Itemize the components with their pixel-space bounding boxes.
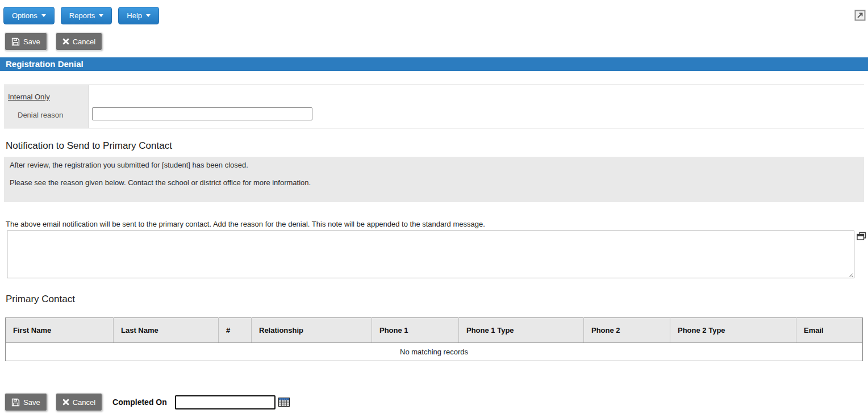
column-header-last-name: Last Name bbox=[114, 318, 219, 343]
x-mark-icon bbox=[62, 38, 69, 45]
save-button[interactable]: Save bbox=[5, 32, 47, 51]
column-header-email: Email bbox=[796, 318, 863, 343]
page-title: Registration Denial bbox=[0, 57, 868, 71]
column-header-phone2: Phone 2 bbox=[584, 318, 670, 343]
caret-down-icon bbox=[99, 14, 103, 17]
internal-only-field-area bbox=[89, 85, 864, 128]
cancel-button[interactable]: Cancel bbox=[56, 32, 102, 51]
options-menu-button[interactable]: Options bbox=[3, 7, 55, 24]
internal-only-section: Internal Only Denial reason bbox=[4, 85, 864, 128]
caret-down-icon bbox=[41, 14, 46, 17]
column-header-relationship: Relationship bbox=[252, 318, 372, 343]
help-menu-button[interactable]: Help bbox=[118, 7, 159, 24]
open-new-window-icon[interactable] bbox=[854, 10, 866, 21]
cancel-button-label: Cancel bbox=[73, 37, 95, 46]
column-header-phone2-type: Phone 2 Type bbox=[670, 318, 796, 343]
top-action-bar: Save Cancel bbox=[0, 24, 868, 51]
completed-on-label: Completed On bbox=[112, 398, 167, 407]
options-menu-label: Options bbox=[12, 11, 37, 20]
denial-note-instruction: The above email notification will be sen… bbox=[6, 220, 868, 228]
denial-reason-input[interactable] bbox=[92, 107, 312, 120]
column-header-phone1: Phone 1 bbox=[372, 318, 459, 343]
save-button[interactable]: Save bbox=[5, 393, 47, 411]
floppy-disk-icon bbox=[11, 37, 20, 46]
internal-only-heading: Internal Only bbox=[8, 93, 89, 101]
table-header-row: First Name Last Name # Relationship Phon… bbox=[6, 318, 863, 343]
notification-message-line: Please see the reason given below. Conta… bbox=[10, 178, 858, 187]
notification-message-box: After review, the registration you submi… bbox=[4, 157, 864, 202]
reports-menu-label: Reports bbox=[69, 11, 95, 20]
cancel-button-label: Cancel bbox=[73, 398, 95, 407]
floppy-disk-icon bbox=[11, 398, 20, 407]
column-header-phone1-type: Phone 1 Type bbox=[459, 318, 584, 343]
column-header-number: # bbox=[219, 318, 252, 343]
internal-only-panel: Internal Only Denial reason bbox=[4, 85, 89, 128]
cancel-button[interactable]: Cancel bbox=[56, 393, 102, 411]
no-records-message: No matching records bbox=[6, 343, 863, 361]
denial-reason-label: Denial reason bbox=[18, 111, 89, 119]
save-button-label: Save bbox=[23, 398, 40, 407]
calendar-icon[interactable] bbox=[278, 398, 290, 407]
caret-down-icon bbox=[146, 14, 151, 17]
notification-section-heading: Notification to Send to Primary Contact bbox=[6, 140, 868, 152]
completed-on-input[interactable] bbox=[175, 395, 276, 409]
reports-menu-button[interactable]: Reports bbox=[61, 7, 112, 24]
empty-table-row: No matching records bbox=[6, 343, 863, 361]
column-header-first-name: First Name bbox=[6, 318, 114, 343]
denial-note-area bbox=[7, 231, 854, 278]
notification-message-line: After review, the registration you submi… bbox=[10, 161, 858, 169]
x-mark-icon bbox=[62, 399, 69, 406]
popout-editor-icon[interactable] bbox=[857, 232, 866, 241]
bottom-action-bar: Save Cancel Completed On bbox=[5, 393, 868, 411]
help-menu-label: Help bbox=[127, 11, 142, 20]
denial-note-textarea[interactable] bbox=[7, 231, 854, 278]
main-toolbar: Options Reports Help bbox=[0, 0, 868, 24]
primary-contact-heading: Primary Contact bbox=[6, 294, 868, 305]
save-button-label: Save bbox=[23, 37, 40, 46]
primary-contact-table: First Name Last Name # Relationship Phon… bbox=[5, 317, 863, 361]
